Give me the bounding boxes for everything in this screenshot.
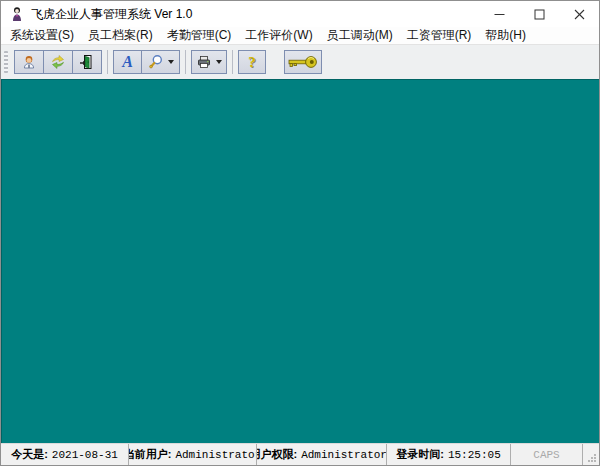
toolbar-group-session bbox=[14, 50, 102, 74]
switch-user-icon bbox=[50, 54, 66, 70]
toolbar-grip[interactable] bbox=[4, 51, 8, 73]
status-panel-date: 今天是: 2021-08-31 bbox=[1, 444, 129, 465]
window-title: 飞虎企业人事管理系统 Ver 1.0 bbox=[31, 6, 192, 23]
status-bar: 今天是: 2021-08-31 当前用户: Administrator 用户权限… bbox=[1, 443, 599, 465]
login-time-value: 15:25:05 bbox=[448, 449, 501, 461]
font-icon: A bbox=[122, 54, 133, 70]
menu-item-help[interactable]: 帮助(H) bbox=[478, 27, 533, 44]
printer-icon bbox=[196, 54, 212, 70]
toolbar-separator bbox=[185, 50, 186, 74]
maximize-icon bbox=[534, 9, 545, 20]
menu-item-employee-transfer[interactable]: 员工调动(M) bbox=[320, 27, 400, 44]
status-panel-user-rights: 用户权限: Administrators bbox=[257, 444, 387, 465]
close-icon bbox=[574, 9, 585, 20]
print-dropdown-arrow-icon bbox=[216, 60, 222, 64]
maximize-button[interactable] bbox=[519, 1, 559, 27]
menu-item-system-settings[interactable]: 系统设置(S) bbox=[3, 27, 81, 44]
login-time-label: 登录时间: bbox=[396, 447, 444, 462]
menu-bar: 系统设置(S) 员工档案(R) 考勤管理(C) 工作评价(W) 员工调动(M) … bbox=[1, 27, 599, 44]
search-button[interactable] bbox=[141, 50, 180, 74]
toolbar-separator bbox=[107, 50, 108, 74]
search-dropdown-arrow-icon bbox=[168, 60, 174, 64]
user-button[interactable] bbox=[14, 50, 44, 74]
app-logo-icon bbox=[9, 6, 25, 22]
help-button[interactable]: ? bbox=[238, 50, 266, 74]
close-button[interactable] bbox=[559, 1, 599, 27]
toolbar-separator bbox=[232, 50, 233, 74]
date-value: 2021-08-31 bbox=[52, 449, 118, 461]
user-icon bbox=[21, 54, 37, 70]
print-button[interactable] bbox=[191, 50, 227, 74]
title-bar: 飞虎企业人事管理系统 Ver 1.0 bbox=[1, 1, 599, 27]
resize-grip[interactable] bbox=[583, 444, 599, 465]
menu-item-employee-records[interactable]: 员工档案(R) bbox=[81, 27, 160, 44]
user-rights-value: Administrators bbox=[301, 449, 387, 461]
password-key-button[interactable] bbox=[284, 50, 322, 74]
key-icon bbox=[288, 54, 318, 70]
switch-user-button[interactable] bbox=[43, 50, 73, 74]
user-rights-label: 用户权限: bbox=[257, 447, 297, 462]
menu-item-work-evaluation[interactable]: 工作评价(W) bbox=[238, 27, 319, 44]
status-panel-caps: CAPS bbox=[511, 444, 583, 465]
menu-item-salary-management[interactable]: 工资管理(R) bbox=[400, 27, 479, 44]
menu-item-attendance-management[interactable]: 考勤管理(C) bbox=[160, 27, 239, 44]
date-label: 今天是: bbox=[11, 447, 48, 462]
minimize-icon bbox=[494, 9, 505, 20]
status-panel-current-user: 当前用户: Administrator bbox=[129, 444, 257, 465]
app-window: 飞虎企业人事管理系统 Ver 1.0 系统设置(S) 员工档案(R) 考勤管理(… bbox=[0, 0, 600, 466]
current-user-label: 当前用户: bbox=[129, 447, 171, 462]
mdi-client-area bbox=[1, 79, 599, 443]
minimize-button[interactable] bbox=[479, 1, 519, 27]
resize-grip-icon bbox=[587, 453, 597, 463]
toolbar-group-view: A bbox=[113, 50, 180, 74]
caps-lock-indicator: CAPS bbox=[533, 449, 559, 461]
toolbar: A ? bbox=[1, 45, 599, 79]
exit-button[interactable] bbox=[72, 50, 102, 74]
font-button[interactable]: A bbox=[113, 50, 142, 74]
current-user-value: Administrator bbox=[175, 449, 257, 461]
search-icon bbox=[148, 54, 164, 70]
status-panel-login-time: 登录时间: 15:25:05 bbox=[387, 444, 511, 465]
exit-door-icon bbox=[79, 54, 95, 70]
help-icon: ? bbox=[248, 55, 256, 70]
